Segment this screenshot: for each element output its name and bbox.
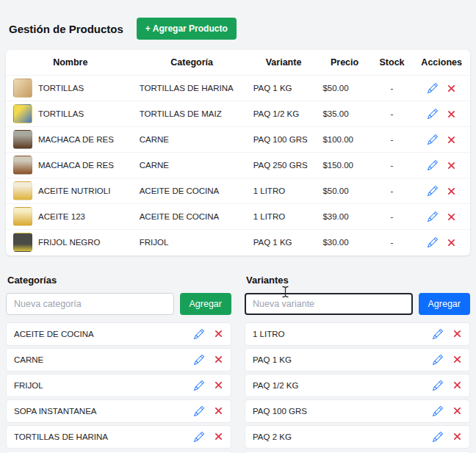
product-name: ACEITE 123 xyxy=(38,212,85,221)
product-name: MACHACA DE RES xyxy=(38,161,114,170)
delete-product-icon[interactable] xyxy=(447,84,456,93)
edit-variant-icon[interactable] xyxy=(433,406,443,416)
edit-category-icon[interactable] xyxy=(194,432,204,442)
variant-label: 1 LITRO xyxy=(253,330,284,338)
table-header-row: Nombre Categoría Variante Precio Stock A… xyxy=(6,50,470,76)
variant-item: PAQ 250 GRS xyxy=(245,451,470,453)
product-actions xyxy=(413,153,470,178)
product-price: $50.00 xyxy=(318,76,370,101)
edit-category-icon[interactable] xyxy=(194,355,204,365)
category-label: TORTILLAS DE HARINA xyxy=(14,432,108,441)
delete-variant-icon[interactable] xyxy=(452,329,462,338)
product-name: TORTILLAS xyxy=(38,109,84,118)
product-name: MACHACA DE RES xyxy=(38,135,114,144)
edit-variant-icon[interactable] xyxy=(433,329,443,339)
page: Gestión de Productos + Agregar Producto … xyxy=(0,0,476,453)
product-category: CARNE xyxy=(135,153,249,178)
table-row: MACHACA DE RES CARNE PAQ 250 GRS $150.00… xyxy=(6,153,470,178)
variant-actions xyxy=(433,432,462,442)
category-item: SOPA INSTANTANEA xyxy=(6,399,231,423)
table-row: ACEITE 123 ACEITE DE COCINA 1 LITRO $39.… xyxy=(6,204,470,230)
delete-variant-icon[interactable] xyxy=(452,355,462,364)
delete-product-icon[interactable] xyxy=(447,109,456,119)
product-stock: - xyxy=(371,153,414,178)
edit-variant-icon[interactable] xyxy=(433,355,443,365)
product-name-cell: ACEITE 123 xyxy=(6,204,135,230)
delete-product-icon[interactable] xyxy=(447,186,456,196)
edit-category-icon[interactable] xyxy=(194,329,204,339)
variant-label: PAQ 1 KG xyxy=(253,355,292,364)
edit-product-icon[interactable] xyxy=(428,83,438,93)
variants-list: 1 LITRO PAQ 1 KG PAQ 1/2 KG PAQ 100 GRS … xyxy=(245,322,470,453)
product-price: $150.00 xyxy=(318,153,370,178)
product-stock: - xyxy=(371,178,414,204)
product-stock: - xyxy=(371,127,414,153)
add-product-button[interactable]: + Agregar Producto xyxy=(137,18,237,40)
variant-actions xyxy=(433,406,462,416)
category-item: TORTILLAS DE HARINA xyxy=(6,425,231,449)
delete-product-icon[interactable] xyxy=(447,161,456,170)
delete-product-icon[interactable] xyxy=(447,238,456,247)
new-category-input[interactable] xyxy=(6,293,174,315)
delete-variant-icon[interactable] xyxy=(452,380,462,390)
variant-item: PAQ 2 KG xyxy=(245,425,470,449)
product-price: $39.00 xyxy=(318,204,370,230)
product-price: $100.00 xyxy=(318,127,370,153)
variants-panel: Variantes Agregar 1 LITRO PAQ 1 KG PAQ 1… xyxy=(245,275,470,453)
delete-product-icon[interactable] xyxy=(447,135,456,145)
delete-category-icon[interactable] xyxy=(214,406,223,416)
new-variant-input[interactable] xyxy=(245,293,413,315)
variants-title: Variantes xyxy=(246,275,469,286)
product-variant: 1 LITRO xyxy=(249,178,319,204)
edit-category-icon[interactable] xyxy=(194,380,204,391)
col-header-variante: Variante xyxy=(249,50,319,76)
product-category: TORTILLAS DE HARINA xyxy=(135,76,249,101)
product-thumbnail xyxy=(13,181,32,200)
edit-product-icon[interactable] xyxy=(428,186,438,196)
edit-product-icon[interactable] xyxy=(428,160,438,170)
edit-product-icon[interactable] xyxy=(428,237,438,247)
category-label: SOPA INSTANTANEA xyxy=(14,407,96,416)
product-thumbnail xyxy=(13,104,32,123)
table-row: ACEITE NUTRIOLI ACEITE DE COCINA 1 LITRO… xyxy=(6,178,470,204)
product-variant: PAQ 1/2 KG xyxy=(249,101,319,127)
add-category-button[interactable]: Agregar xyxy=(180,293,231,315)
delete-variant-icon[interactable] xyxy=(452,406,462,416)
edit-product-icon[interactable] xyxy=(428,211,438,222)
category-item: CARNE xyxy=(6,348,231,372)
edit-variant-icon[interactable] xyxy=(433,432,443,442)
variant-actions xyxy=(433,329,462,339)
category-item: FRIJOL xyxy=(6,374,231,397)
delete-category-icon[interactable] xyxy=(214,432,223,441)
category-actions xyxy=(194,432,223,442)
product-name-cell: MACHACA DE RES xyxy=(6,153,135,178)
product-actions xyxy=(413,76,470,101)
variant-item: 1 LITRO xyxy=(245,322,470,346)
col-header-categoria: Categoría xyxy=(135,50,249,76)
delete-variant-icon[interactable] xyxy=(452,432,462,441)
edit-product-icon[interactable] xyxy=(428,134,438,145)
product-category: CARNE xyxy=(135,127,249,153)
edit-product-icon[interactable] xyxy=(428,109,438,119)
add-variant-button[interactable]: Agregar xyxy=(419,293,470,315)
edit-variant-icon[interactable] xyxy=(433,380,443,391)
product-name-cell: TORTILLAS xyxy=(6,101,135,127)
product-actions xyxy=(413,204,470,230)
delete-product-icon[interactable] xyxy=(447,212,456,222)
product-variant: 1 LITRO xyxy=(249,204,319,230)
product-name: FRIJOL NEGRO xyxy=(38,238,101,247)
category-label: FRIJOL xyxy=(14,381,43,390)
product-name-cell: ACEITE NUTRIOLI xyxy=(6,178,135,204)
categories-title: Categorías xyxy=(7,275,230,286)
delete-category-icon[interactable] xyxy=(214,355,223,364)
delete-category-icon[interactable] xyxy=(214,329,223,338)
delete-category-icon[interactable] xyxy=(214,380,223,390)
edit-category-icon[interactable] xyxy=(194,406,204,416)
product-variant: PAQ 1 KG xyxy=(249,76,319,101)
product-price: $35.00 xyxy=(318,101,370,127)
product-actions xyxy=(413,101,470,127)
category-actions xyxy=(194,380,223,391)
col-header-acciones: Acciones xyxy=(413,50,470,76)
product-actions xyxy=(413,178,470,204)
table-row: FRIJOL NEGRO FRIJOL PAQ 1 KG $30.00 - xyxy=(6,230,470,256)
